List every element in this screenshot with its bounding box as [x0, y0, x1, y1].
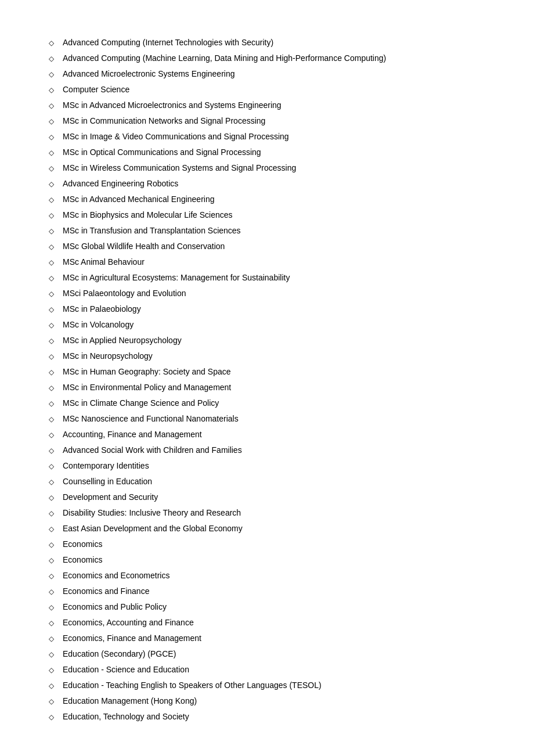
list-item: ◇Advanced Social Work with Children and … [46, 442, 488, 458]
list-item: ◇MSc in Image & Video Communications and… [46, 129, 488, 145]
diamond-icon: ◇ [46, 508, 56, 519]
diamond-icon: ◇ [46, 38, 56, 48]
diamond-icon: ◇ [46, 539, 56, 550]
list-item: ◇Economics and Finance [46, 584, 488, 599]
diamond-icon: ◇ [46, 430, 56, 440]
diamond-icon: ◇ [46, 273, 56, 283]
item-label: Economics and Econometrics [63, 570, 169, 582]
list-item: ◇MSc in Communication Networks and Signa… [46, 113, 488, 129]
diamond-icon: ◇ [46, 602, 56, 613]
item-label: MSc in Applied Neuropsychology [63, 334, 182, 347]
list-item: ◇Economics and Public Policy [46, 599, 488, 615]
list-item: ◇Economics [46, 537, 488, 552]
list-item: ◇Advanced Computing (Machine Learning, D… [46, 51, 488, 66]
list-item: ◇Advanced Microelectronic Systems Engine… [46, 66, 488, 82]
list-item: ◇MSc in Advanced Mechanical Engineering [46, 192, 488, 207]
item-label: Education - Science and Education [63, 664, 189, 676]
item-label: MSc in Wireless Communication Systems an… [63, 162, 296, 174]
list-item: ◇MSc in Advanced Microelectronics and Sy… [46, 98, 488, 113]
item-label: Economics, Finance and Management [63, 632, 201, 645]
item-label: Advanced Engineering Robotics [63, 178, 178, 190]
list-item: ◇Computer Science [46, 82, 488, 98]
list-item: ◇Education, Technology and Society [46, 709, 488, 725]
diamond-icon: ◇ [46, 100, 56, 111]
list-item: ◇MSc in Human Geography: Society and Spa… [46, 364, 488, 380]
item-label: Economics, Accounting and Finance [63, 617, 194, 629]
diamond-icon: ◇ [46, 147, 56, 158]
diamond-icon: ◇ [46, 351, 56, 362]
diamond-icon: ◇ [46, 383, 56, 393]
list-item: ◇MSc in Climate Change Science and Polic… [46, 395, 488, 411]
list-item: ◇Advanced Computing (Internet Technologi… [46, 35, 488, 51]
diamond-icon: ◇ [46, 665, 56, 675]
list-item: ◇MSc in Environmental Policy and Managem… [46, 380, 488, 395]
list-item: ◇MSc in Biophysics and Molecular Life Sc… [46, 207, 488, 223]
diamond-icon: ◇ [46, 524, 56, 534]
item-label: Counselling in Education [63, 476, 152, 488]
list-item: ◇MSc in Transfusion and Transplantation … [46, 223, 488, 239]
item-label: MSci Palaeontology and Evolution [63, 287, 186, 300]
diamond-icon: ◇ [46, 336, 56, 346]
diamond-icon: ◇ [46, 226, 56, 236]
list-item: ◇Economics, Finance and Management [46, 631, 488, 646]
item-label: Economics and Finance [63, 585, 149, 597]
item-label: MSc in Transfusion and Transplantation S… [63, 225, 241, 237]
diamond-icon: ◇ [46, 304, 56, 315]
item-label: MSc in Human Geography: Society and Spac… [63, 366, 231, 378]
item-label: MSc in Palaeobiology [63, 303, 141, 315]
item-label: Economics and Public Policy [63, 601, 167, 613]
list-item: ◇Education (Secondary) (PGCE) [46, 646, 488, 662]
diamond-icon: ◇ [46, 414, 56, 424]
diamond-icon: ◇ [46, 53, 56, 64]
diamond-icon: ◇ [46, 85, 56, 95]
list-item: ◇Advanced Engineering Robotics [46, 176, 488, 192]
diamond-icon: ◇ [46, 633, 56, 644]
diamond-icon: ◇ [46, 320, 56, 330]
item-label: MSc in Advanced Microelectronics and Sys… [63, 99, 282, 111]
item-label: MSc in Communication Networks and Signal… [63, 115, 265, 127]
diamond-icon: ◇ [46, 696, 56, 707]
list-item: ◇MSc Animal Behaviour [46, 254, 488, 270]
diamond-icon: ◇ [46, 571, 56, 581]
list-item: ◇MSc in Volcanology [46, 317, 488, 333]
item-label: MSc in Volcanology [63, 319, 134, 331]
item-label: MSc Global Wildlife Health and Conservat… [63, 240, 225, 253]
diamond-icon: ◇ [46, 461, 56, 471]
list-item: ◇MSc in Wireless Communication Systems a… [46, 160, 488, 176]
item-label: Education (Secondary) (PGCE) [63, 648, 176, 660]
diamond-icon: ◇ [46, 555, 56, 566]
diamond-icon: ◇ [46, 179, 56, 189]
item-label: Accounting, Finance and Management [63, 429, 202, 441]
item-label: Education Management (Hong Kong) [63, 695, 197, 707]
list-item: ◇Education Management (Hong Kong) [46, 693, 488, 709]
diamond-icon: ◇ [46, 398, 56, 409]
list-item: ◇MSc in Applied Neuropsychology [46, 333, 488, 348]
list-item: ◇Education - Science and Education [46, 662, 488, 678]
item-label: MSc Nanoscience and Functional Nanomater… [63, 413, 239, 425]
item-label: MSc in Neuropsychology [63, 350, 153, 362]
item-label: MSc in Image & Video Communications and … [63, 131, 289, 143]
list-item: ◇Economics, Accounting and Finance [46, 615, 488, 631]
diamond-icon: ◇ [46, 649, 56, 660]
diamond-icon: ◇ [46, 367, 56, 377]
item-label: Disability Studies: Inclusive Theory and… [63, 507, 241, 519]
list-item: ◇MSc in Neuropsychology [46, 348, 488, 364]
list-item: ◇MSc Global Wildlife Health and Conserva… [46, 239, 488, 254]
diamond-icon: ◇ [46, 289, 56, 299]
item-label: Development and Security [63, 491, 158, 503]
list-item: ◇MSc Nanoscience and Functional Nanomate… [46, 411, 488, 427]
diamond-icon: ◇ [46, 681, 56, 691]
diamond-icon: ◇ [46, 712, 56, 722]
item-label: MSc in Advanced Mechanical Engineering [63, 193, 215, 206]
item-label: Advanced Microelectronic Systems Enginee… [63, 68, 234, 80]
list-item: ◇Contemporary Identities [46, 458, 488, 474]
list-item: ◇Education - Teaching English to Speaker… [46, 678, 488, 693]
diamond-icon: ◇ [46, 492, 56, 503]
item-label: Education, Technology and Society [63, 711, 189, 723]
diamond-icon: ◇ [46, 69, 56, 80]
item-label: MSc in Environmental Policy and Manageme… [63, 381, 231, 394]
item-label: MSc in Climate Change Science and Policy [63, 397, 219, 409]
diamond-icon: ◇ [46, 242, 56, 252]
diamond-icon: ◇ [46, 116, 56, 127]
list-item: ◇MSc in Palaeobiology [46, 301, 488, 317]
